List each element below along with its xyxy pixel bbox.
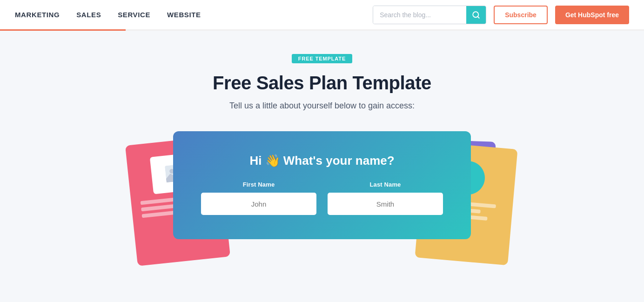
search-input[interactable] xyxy=(373,6,466,24)
last-name-input[interactable] xyxy=(328,193,443,215)
card-area: Hi 👋 What's your name? First Name Last N… xyxy=(145,131,499,239)
nav-website[interactable]: WEBSITE xyxy=(167,11,201,19)
form-fields: First Name Last Name xyxy=(201,181,443,215)
get-hubspot-button[interactable]: Get HubSpot free xyxy=(555,6,629,24)
subscribe-button[interactable]: Subscribe xyxy=(494,6,548,24)
svg-line-1 xyxy=(478,16,479,18)
main-content: FREE TEMPLATE Free Sales Plan Template T… xyxy=(0,31,644,302)
search-bar xyxy=(373,6,486,24)
first-name-field: First Name xyxy=(201,181,316,215)
form-card-title: Hi 👋 What's your name? xyxy=(201,154,443,168)
first-name-label: First Name xyxy=(243,181,275,188)
nav-service[interactable]: SERVICE xyxy=(118,11,150,19)
page-subtitle: Tell us a little about yourself below to… xyxy=(229,101,415,111)
free-template-badge: FREE TEMPLATE xyxy=(292,54,352,63)
search-icon xyxy=(472,11,480,19)
search-button[interactable] xyxy=(466,6,486,24)
last-name-label: Last Name xyxy=(370,181,401,188)
page-title: Free Sales Plan Template xyxy=(213,73,431,94)
nav-marketing[interactable]: MARKETING xyxy=(15,11,60,19)
site-header: MARKETING SALES SERVICE WEBSITE Subscrib… xyxy=(0,0,644,31)
first-name-input[interactable] xyxy=(201,193,316,215)
nav-sales[interactable]: SALES xyxy=(76,11,101,19)
main-nav: MARKETING SALES SERVICE WEBSITE xyxy=(15,11,201,19)
form-card: Hi 👋 What's your name? First Name Last N… xyxy=(173,131,471,239)
last-name-field: Last Name xyxy=(328,181,443,215)
header-right: Subscribe Get HubSpot free xyxy=(373,6,629,24)
